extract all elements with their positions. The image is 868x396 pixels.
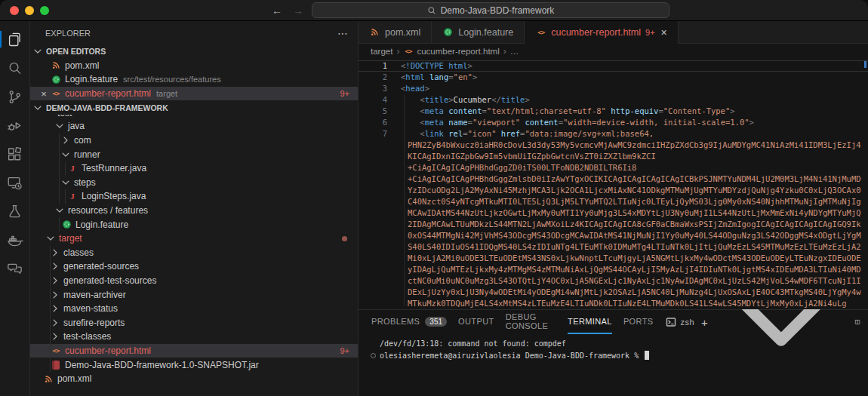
code-line[interactable]: 1<!DOCTYPE html>: [359, 60, 868, 72]
tab-Login.feature[interactable]: Login.feature: [432, 21, 525, 44]
open-editors-label: OPEN EDITORS: [46, 47, 106, 56]
activity-extensions-button[interactable]: [0, 143, 30, 164]
activity-docker-button[interactable]: [0, 229, 30, 250]
terminal-line: /dev/fd/13:18: command not found: compde…: [369, 338, 868, 350]
code-line-wrapped[interactable]: 0xOS44MTMgNi42MjVhMS43ODcgMS43ODcgMCAwID…: [359, 230, 868, 241]
folder-name: runner: [74, 149, 100, 160]
workspace-header[interactable]: DEMO-JAVA-BDD-FRAMEWORK: [30, 100, 358, 115]
close-icon[interactable]: ×: [661, 26, 667, 38]
code-line-wrapped[interactable]: Mi0xLjA2Mi0uODE3LTEuODEtMS43NS0xLjkwNnpt…: [359, 253, 868, 264]
new-terminal-button[interactable]: +: [701, 316, 708, 329]
chevron-right-icon: [50, 290, 60, 300]
breadcrumb-segment[interactable]: cucumber-report.html: [417, 47, 499, 56]
tree-item[interactable]: Login.feature: [30, 217, 358, 232]
tree-item[interactable]: classes: [30, 246, 358, 260]
panel-tab-terminal[interactable]: TERMINAL: [568, 310, 612, 334]
open-editors-header[interactable]: OPEN EDITORS: [30, 45, 358, 59]
code-line[interactable]: 5 <meta content="text/html;charset=utf-8…: [359, 106, 868, 117]
activity-remote-explorer-button[interactable]: [0, 172, 30, 193]
code-line-wrapped[interactable]: +CiAgICAgICAgPHBhdGggZD0iTS00LTFoNDB2NDB…: [359, 162, 868, 173]
tree-item[interactable]: pom.xml: [30, 372, 358, 386]
indent-guide: [50, 259, 51, 274]
zoom-window-button[interactable]: [40, 6, 49, 15]
file-name: cucumber-report.html: [65, 345, 151, 356]
history-forward-icon[interactable]: →: [293, 0, 303, 21]
activity-run-debug-button[interactable]: [0, 115, 30, 136]
panel-tab-debug-console[interactable]: DEBUG CONSOLE: [506, 310, 556, 334]
tab-pom.xml[interactable]: pom.xml: [359, 21, 432, 44]
breadcrumb-separator-icon: ›: [503, 46, 506, 57]
terminal-cursor: [645, 351, 649, 360]
window-controls: [10, 6, 49, 15]
open-editor-path: src/test/resources/features: [123, 75, 221, 84]
command-center-label: Demo-Java-BDD-framework: [441, 5, 555, 16]
code-line-wrapped[interactable]: PHN2ZyB4bWxucz0iaHR0cDovL3d3dy53My5vcmcv…: [359, 140, 868, 151]
tree-item[interactable]: test-classes: [30, 330, 358, 344]
code-line-wrapped[interactable]: C40Nzct0S4yNTcgMTkuMTI0LTE5LjQ3LjM5LTYuM…: [359, 196, 868, 207]
code-line-wrapped[interactable]: +CiAgICAgICAgPHBhdGggZmlsbD0iIzAwYTgxOCI…: [359, 173, 868, 185]
code-line-wrapped[interactable]: yIDAgLjQuMTEzLjkxMy4zMTMgMS4zMTMuNiAxLjQ…: [359, 264, 868, 275]
activity-comments-button[interactable]: [0, 258, 30, 279]
history-back-icon[interactable]: ←: [272, 0, 282, 21]
tree-item[interactable]: target: [30, 232, 358, 246]
breadcrumb-segment[interactable]: target: [371, 47, 392, 56]
modified-dot-icon: [342, 236, 347, 241]
docker-icon: [6, 232, 23, 249]
tree-item[interactable]: surefire-reports: [30, 315, 358, 330]
code-line[interactable]: 3<head>: [359, 83, 868, 94]
terminal-instance[interactable]: zsh: [665, 316, 694, 328]
tabbar-filler: [679, 21, 868, 44]
tree-item[interactable]: maven-status: [30, 302, 358, 316]
tree-item[interactable]: generated-test-sources: [30, 274, 358, 288]
tree-item[interactable]: java: [30, 119, 358, 134]
tree-item[interactable]: resources / features: [30, 204, 358, 218]
breadcrumb[interactable]: target›<>cucumber-report.html›…: [359, 44, 868, 59]
tree-item[interactable]: <>cucumber-report.html9+: [30, 344, 358, 358]
open-editor-item[interactable]: Login.featuresrc/test/resources/features: [30, 72, 358, 87]
breadcrumb-segment[interactable]: …: [510, 47, 519, 56]
activity-source-control-button[interactable]: [0, 86, 30, 107]
tree-item[interactable]: com: [30, 134, 358, 148]
panel-tab-label: TERMINAL: [568, 317, 612, 326]
close-window-button[interactable]: [10, 6, 19, 15]
code-editor[interactable]: 1<!DOCTYPE html>2<html lang="en">3<head>…: [359, 59, 868, 309]
tab-cucumber-report.html[interactable]: <>cucumber-report.html9+×: [525, 21, 679, 44]
panel-tab-problems[interactable]: PROBLEMS351: [371, 310, 447, 334]
tree-item[interactable]: runner: [30, 147, 358, 161]
code-line-wrapped[interactable]: 2IDAgMCAwLTUuMDkzLS44MTN2LjAwMXoiLz4KICA…: [359, 219, 868, 230]
panel-tab-output[interactable]: OUTPUT: [458, 310, 494, 334]
panel-tab-ports[interactable]: PORTS: [623, 310, 654, 334]
open-editor-item[interactable]: pom.xml: [30, 59, 358, 73]
code-line[interactable]: 6 <meta name="viewport" content="width=d…: [359, 117, 868, 128]
close-icon[interactable]: ×: [38, 88, 50, 100]
code-line-wrapped[interactable]: ctNC0uMi0uNC0uMzg3LS43OTQtLjY4OC0xLjA5NG…: [359, 275, 868, 287]
activity-search-button[interactable]: [0, 57, 30, 78]
panel-tab-label: DEBUG CONSOLE: [506, 312, 556, 330]
code-line-wrapped[interactable]: MTkuMzk0TDQuMjE4LS4xMtMS4zLTEuMzE4LTIuND…: [359, 298, 868, 309]
activity-testing-button[interactable]: [0, 201, 30, 222]
code-line-wrapped[interactable]: MCAwIDAtMS44NzUtLjkzOGwtLjMxMy0uMTI1Yy0u…: [359, 207, 868, 219]
code-line-wrapped[interactable]: KICAgIDxnIGZpbGw9Im5vbmUiIGZpbGwtcnVsZT0…: [359, 151, 868, 162]
tree-item[interactable]: JTestRunner.java: [30, 161, 358, 176]
indent-guide: [59, 189, 60, 204]
code-line[interactable]: 7 <link rel="icon" href="data:image/svg+…: [359, 128, 868, 140]
split-editor-icon[interactable]: [854, 317, 860, 327]
code-line-wrapped[interactable]: DExLjUzYy0xLjU3Ny4wODEtMi4yODEgMi4wNjMtL…: [359, 287, 868, 298]
tree-item[interactable]: steps: [30, 176, 358, 190]
chevron-right-icon: [50, 331, 60, 342]
tree-item[interactable]: maven-archiver: [30, 287, 358, 302]
command-center-search[interactable]: Demo-Java-BDD-framework: [312, 2, 669, 18]
minimize-window-button[interactable]: [25, 6, 34, 15]
code-line-wrapped[interactable]: YzIDcuODg2LjA2MyAxNi45MzhjMCA3Ljk2OCA1Lj…: [359, 185, 868, 196]
open-editor-item[interactable]: ×<>cucumber-report.htmltarget9+: [30, 87, 358, 101]
code-line-wrapped[interactable]: S40LS40IDIuOS41IDQgMS40LS4zIDIuNTg4LTEuM…: [359, 241, 868, 253]
code-line[interactable]: 4 <title>Cucumber</title>: [359, 94, 868, 106]
tree-item[interactable]: generated-sources: [30, 259, 358, 274]
code-line[interactable]: 2<html lang="en">: [359, 72, 868, 83]
tree-item[interactable]: Demo-Java-BDD-framework-1.0-SNAPSHOT.jar: [30, 358, 358, 372]
more-actions-icon[interactable]: ⋯: [337, 27, 349, 39]
chevron-down-icon: [54, 121, 65, 131]
tree-item[interactable]: JLoginSteps.java: [30, 189, 358, 204]
terminal[interactable]: /dev/fd/13:18: command not found: compde…: [359, 334, 868, 396]
activity-explorer-button[interactable]: [0, 29, 30, 50]
